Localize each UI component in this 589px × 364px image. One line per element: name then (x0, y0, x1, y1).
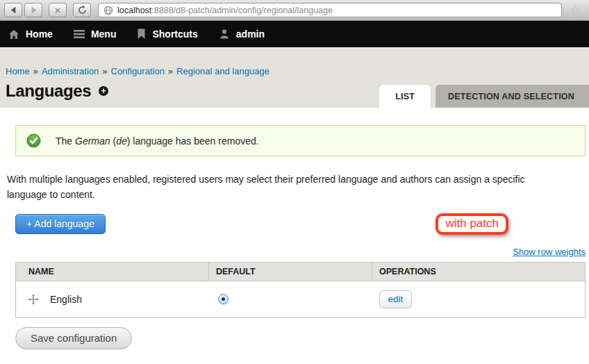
menu-icon (74, 29, 85, 39)
browser-stop-button[interactable]: × (49, 3, 67, 17)
breadcrumb-link-configuration[interactable]: Configuration (111, 66, 165, 76)
page-description: With multiple languages enabled, registe… (7, 172, 559, 203)
breadcrumb-link-home[interactable]: Home (6, 66, 30, 76)
back-arrow-icon (9, 6, 18, 15)
success-check-icon (26, 133, 41, 148)
browser-back-button[interactable] (4, 3, 22, 17)
table-header-row: NAME DEFAULT OPERATIONS (16, 262, 586, 281)
main-content: The German (de) language has been remove… (0, 125, 589, 364)
tabs: LIST DETECTION AND SELECTION (379, 85, 589, 108)
languages-table: NAME DEFAULT OPERATIONS English (15, 262, 586, 318)
screen: × localhost:8888/d8-patch/admin/config/r… (0, 0, 589, 364)
browser-chrome: × localhost:8888/d8-patch/admin/config/r… (0, 0, 589, 21)
toolbar-item-shortcuts[interactable]: Shortcuts (137, 28, 197, 40)
save-configuration-button[interactable]: Save configuration (15, 327, 132, 349)
column-header-operations: OPERATIONS (372, 262, 586, 281)
toolbar-user-label: admin (236, 28, 265, 40)
toolbar-item-home[interactable]: Home (8, 28, 53, 40)
column-header-name: NAME (16, 262, 209, 281)
browser-forward-button[interactable] (24, 3, 42, 17)
name-cell: English (16, 281, 209, 317)
bookmark-star-icon[interactable]: ☆ (570, 3, 581, 17)
show-row-weights-link[interactable]: Show row weights (513, 247, 586, 257)
toolbar-item-user[interactable]: admin (219, 28, 265, 40)
home-icon (8, 29, 19, 40)
breadcrumb-separator: » (102, 66, 107, 76)
page-title: Languages (6, 81, 91, 101)
url-text: localhost:8888/d8-patch/admin/config/reg… (117, 6, 333, 15)
forward-arrow-icon (29, 6, 38, 15)
user-icon (219, 28, 230, 40)
row-weights-wrapper: Show row weights (6, 247, 586, 257)
toolbar-menu-label: Menu (91, 28, 117, 40)
breadcrumb-separator: » (33, 66, 38, 76)
breadcrumb-link-administration[interactable]: Administration (42, 66, 99, 76)
tab-list[interactable]: LIST (379, 85, 431, 108)
tab-detection-and-selection[interactable]: DETECTION AND SELECTION (435, 85, 589, 108)
url-host: localhost (117, 6, 151, 15)
url-path: :8888/d8-patch/admin/config/regional/lan… (151, 6, 333, 15)
breadcrumb-link-regional[interactable]: Regional and language (176, 66, 269, 76)
browser-reload-button[interactable] (73, 3, 91, 17)
toolbar-home-label: Home (26, 28, 53, 40)
page-header: Home»Administration»Configuration»Region… (0, 47, 589, 108)
breadcrumb: Home»Administration»Configuration»Region… (6, 47, 589, 76)
toolbar-item-menu[interactable]: Menu (74, 28, 117, 40)
language-name: English (50, 294, 82, 305)
bookmark-icon (137, 28, 146, 40)
radio-dot (222, 297, 225, 301)
stop-x-icon: × (55, 5, 61, 15)
globe-icon (103, 6, 113, 15)
operations-cell: edit (372, 281, 586, 317)
breadcrumb-separator: » (168, 66, 173, 76)
status-message: The German (de) language has been remove… (15, 125, 586, 156)
url-bar[interactable]: localhost:8888/d8-patch/admin/config/reg… (98, 3, 562, 17)
status-message-text: The German (de) language has been remove… (56, 135, 259, 147)
add-shortcut-icon[interactable]: + (99, 86, 108, 96)
default-cell (209, 281, 372, 317)
edit-button[interactable]: edit (379, 290, 413, 308)
toolbar-shortcuts-label: Shortcuts (152, 28, 197, 40)
actions-row: + Add language with patch (15, 213, 586, 235)
reload-icon (78, 6, 87, 15)
drag-handle-icon[interactable] (28, 294, 39, 305)
admin-toolbar: Home Menu Shortcuts admin (0, 21, 589, 47)
default-radio-selected[interactable] (218, 294, 229, 304)
table-row: English edit (16, 281, 586, 317)
with-patch-annotation: with patch (435, 213, 508, 235)
column-header-default: DEFAULT (209, 262, 372, 281)
add-language-button[interactable]: + Add language (15, 214, 106, 234)
